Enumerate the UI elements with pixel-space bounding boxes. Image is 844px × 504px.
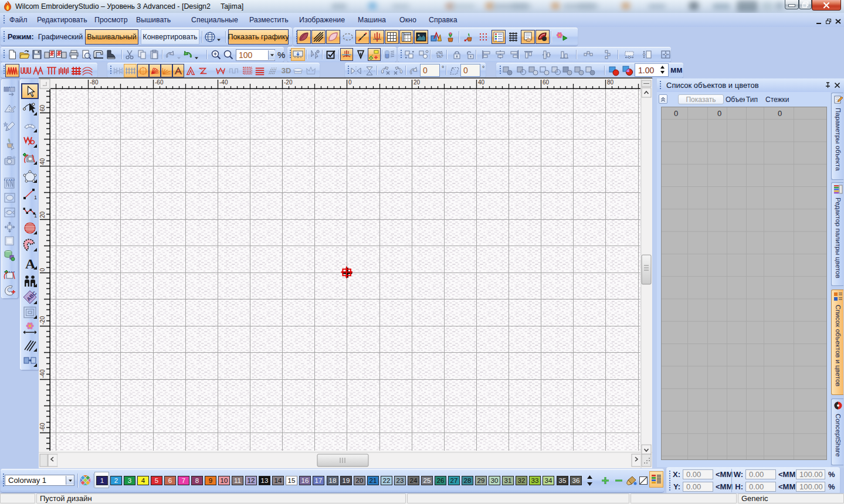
- svg-text:ABC: ABC: [26, 290, 38, 302]
- svg-text:40: 40: [39, 158, 46, 165]
- svg-text:-60: -60: [155, 79, 164, 86]
- svg-text:1: 1: [34, 195, 37, 200]
- svg-text:-40: -40: [39, 369, 46, 378]
- svg-text:20: 20: [39, 211, 46, 218]
- svg-text:0: 0: [348, 79, 352, 86]
- svg-text:0: 0: [39, 268, 46, 271]
- svg-text:-80: -80: [90, 79, 99, 86]
- svg-text:1: 1: [34, 213, 37, 218]
- svg-text:0: 0: [778, 109, 782, 118]
- svg-text:-40: -40: [219, 79, 228, 86]
- svg-text:60: 60: [543, 79, 550, 86]
- svg-text:-60: -60: [39, 423, 46, 431]
- svg-text:-20: -20: [284, 79, 293, 86]
- svg-text:0: 0: [717, 109, 721, 118]
- svg-text:0: 0: [674, 109, 678, 118]
- svg-text:20: 20: [413, 79, 421, 86]
- svg-text:80: 80: [607, 79, 614, 86]
- svg-text:-20: -20: [39, 316, 46, 325]
- svg-text:A: A: [25, 256, 36, 270]
- svg-text:40: 40: [478, 79, 485, 86]
- svg-text:60: 60: [39, 104, 46, 111]
